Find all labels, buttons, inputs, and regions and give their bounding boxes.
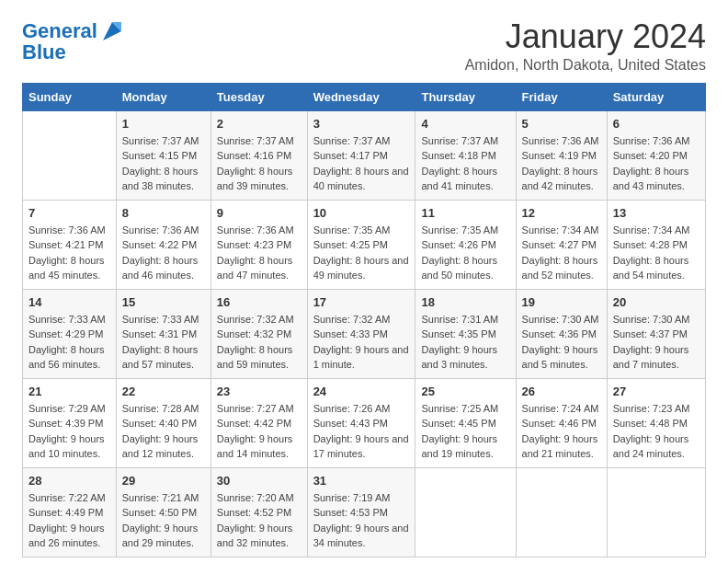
day-detail: Sunrise: 7:28 AMSunset: 4:40 PMDaylight:… [122,401,205,462]
logo: General Blue [22,18,125,64]
table-row: 14 Sunrise: 7:33 AMSunset: 4:29 PMDaylig… [23,289,117,378]
table-row: 12 Sunrise: 7:34 AMSunset: 4:27 PMDaylig… [516,200,607,289]
day-detail: Sunrise: 7:29 AMSunset: 4:39 PMDaylight:… [28,401,110,462]
day-detail: Sunrise: 7:35 AMSunset: 4:25 PMDaylight:… [313,223,410,283]
day-number: 3 [313,117,410,131]
day-detail: Sunrise: 7:20 AMSunset: 4:52 PMDaylight:… [217,490,301,551]
table-row: 17 Sunrise: 7:32 AMSunset: 4:33 PMDaylig… [307,289,415,378]
day-number: 22 [122,385,205,398]
day-number: 23 [217,385,301,398]
table-row: 2 Sunrise: 7:37 AMSunset: 4:16 PMDayligh… [210,110,307,200]
day-number: 4 [421,117,509,131]
col-saturday: Saturday [607,83,705,110]
table-row: 22 Sunrise: 7:28 AMSunset: 4:40 PMDaylig… [116,378,210,467]
table-row: 30 Sunrise: 7:20 AMSunset: 4:52 PMDaylig… [210,467,307,557]
table-row [607,467,705,557]
day-detail: Sunrise: 7:33 AMSunset: 4:31 PMDaylight:… [122,312,205,373]
day-detail: Sunrise: 7:37 AMSunset: 4:15 PMDaylight:… [122,133,205,194]
table-row: 28 Sunrise: 7:22 AMSunset: 4:49 PMDaylig… [23,467,117,557]
col-tuesday: Tuesday [210,83,307,110]
day-number: 1 [122,117,205,131]
day-number: 13 [613,206,700,220]
day-number: 20 [613,295,700,309]
calendar-week-row: 14 Sunrise: 7:33 AMSunset: 4:29 PMDaylig… [23,289,706,378]
day-number: 7 [28,206,110,220]
title-area: January 2024 Amidon, North Dakota, Unite… [465,18,706,74]
table-row: 26 Sunrise: 7:24 AMSunset: 4:46 PMDaylig… [516,378,607,467]
day-number: 30 [217,474,301,488]
day-detail: Sunrise: 7:37 AMSunset: 4:16 PMDaylight:… [217,133,301,194]
table-row: 29 Sunrise: 7:21 AMSunset: 4:50 PMDaylig… [116,467,210,557]
day-detail: Sunrise: 7:37 AMSunset: 4:17 PMDaylight:… [313,133,410,194]
calendar-week-row: 28 Sunrise: 7:22 AMSunset: 4:49 PMDaylig… [23,467,706,557]
day-number: 6 [613,117,700,131]
table-row: 27 Sunrise: 7:23 AMSunset: 4:48 PMDaylig… [607,378,705,467]
table-row: 23 Sunrise: 7:27 AMSunset: 4:42 PMDaylig… [210,378,307,467]
table-row: 4 Sunrise: 7:37 AMSunset: 4:18 PMDayligh… [415,110,516,200]
logo-icon [99,18,125,44]
day-number: 17 [313,295,410,309]
day-detail: Sunrise: 7:36 AMSunset: 4:21 PMDaylight:… [28,223,110,283]
table-row: 31 Sunrise: 7:19 AMSunset: 4:53 PMDaylig… [307,467,415,557]
day-number: 11 [421,206,509,220]
day-detail: Sunrise: 7:19 AMSunset: 4:53 PMDaylight:… [313,490,410,551]
table-row: 25 Sunrise: 7:25 AMSunset: 4:45 PMDaylig… [415,378,516,467]
col-thursday: Thursday [415,83,516,110]
table-row: 16 Sunrise: 7:32 AMSunset: 4:32 PMDaylig… [210,289,307,378]
table-row: 19 Sunrise: 7:30 AMSunset: 4:36 PMDaylig… [516,289,607,378]
day-detail: Sunrise: 7:22 AMSunset: 4:49 PMDaylight:… [28,490,110,551]
day-detail: Sunrise: 7:32 AMSunset: 4:33 PMDaylight:… [313,312,410,373]
table-row: 11 Sunrise: 7:35 AMSunset: 4:26 PMDaylig… [415,200,516,289]
day-number: 8 [122,206,205,220]
header: General Blue January 2024 Amidon, North … [22,18,706,74]
day-number: 10 [313,206,410,220]
calendar-week-row: 21 Sunrise: 7:29 AMSunset: 4:39 PMDaylig… [23,378,706,467]
day-detail: Sunrise: 7:30 AMSunset: 4:36 PMDaylight:… [522,312,601,373]
calendar-week-row: 7 Sunrise: 7:36 AMSunset: 4:21 PMDayligh… [23,200,706,289]
day-detail: Sunrise: 7:35 AMSunset: 4:26 PMDaylight:… [421,223,509,283]
col-friday: Friday [516,83,607,110]
day-detail: Sunrise: 7:36 AMSunset: 4:23 PMDaylight:… [217,223,301,283]
calendar-week-row: 1 Sunrise: 7:37 AMSunset: 4:15 PMDayligh… [23,110,706,200]
day-detail: Sunrise: 7:32 AMSunset: 4:32 PMDaylight:… [217,312,301,373]
day-number: 26 [522,385,601,398]
table-row: 8 Sunrise: 7:36 AMSunset: 4:22 PMDayligh… [116,200,210,289]
table-row: 18 Sunrise: 7:31 AMSunset: 4:35 PMDaylig… [415,289,516,378]
day-number: 2 [217,117,301,131]
day-detail: Sunrise: 7:26 AMSunset: 4:43 PMDaylight:… [313,401,410,462]
day-detail: Sunrise: 7:36 AMSunset: 4:20 PMDaylight:… [613,133,700,194]
table-row: 9 Sunrise: 7:36 AMSunset: 4:23 PMDayligh… [210,200,307,289]
col-sunday: Sunday [23,83,117,110]
day-number: 28 [28,474,110,488]
table-row: 24 Sunrise: 7:26 AMSunset: 4:43 PMDaylig… [307,378,415,467]
col-monday: Monday [116,83,210,110]
day-number: 25 [421,385,509,398]
day-number: 24 [313,385,410,398]
logo-text: General [22,20,97,42]
day-number: 15 [122,295,205,309]
day-number: 5 [522,117,601,131]
day-detail: Sunrise: 7:25 AMSunset: 4:45 PMDaylight:… [421,401,509,462]
table-row: 1 Sunrise: 7:37 AMSunset: 4:15 PMDayligh… [116,110,210,200]
day-number: 19 [522,295,601,309]
table-row [23,110,117,200]
day-detail: Sunrise: 7:37 AMSunset: 4:18 PMDaylight:… [421,133,509,194]
table-row: 20 Sunrise: 7:30 AMSunset: 4:37 PMDaylig… [607,289,705,378]
day-detail: Sunrise: 7:36 AMSunset: 4:19 PMDaylight:… [522,133,601,194]
table-row: 21 Sunrise: 7:29 AMSunset: 4:39 PMDaylig… [23,378,117,467]
table-row: 3 Sunrise: 7:37 AMSunset: 4:17 PMDayligh… [307,110,415,200]
day-number: 16 [217,295,301,309]
col-wednesday: Wednesday [307,83,415,110]
calendar-table: Sunday Monday Tuesday Wednesday Thursday… [22,83,706,557]
table-row [516,467,607,557]
table-row: 13 Sunrise: 7:34 AMSunset: 4:28 PMDaylig… [607,200,705,289]
day-detail: Sunrise: 7:21 AMSunset: 4:50 PMDaylight:… [122,490,205,551]
page-title: January 2024 [465,18,706,55]
day-number: 12 [522,206,601,220]
table-row: 6 Sunrise: 7:36 AMSunset: 4:20 PMDayligh… [607,110,705,200]
day-detail: Sunrise: 7:24 AMSunset: 4:46 PMDaylight:… [522,401,601,462]
day-number: 29 [122,474,205,488]
table-row: 7 Sunrise: 7:36 AMSunset: 4:21 PMDayligh… [23,200,117,289]
day-number: 21 [28,385,110,398]
day-detail: Sunrise: 7:36 AMSunset: 4:22 PMDaylight:… [122,223,205,283]
